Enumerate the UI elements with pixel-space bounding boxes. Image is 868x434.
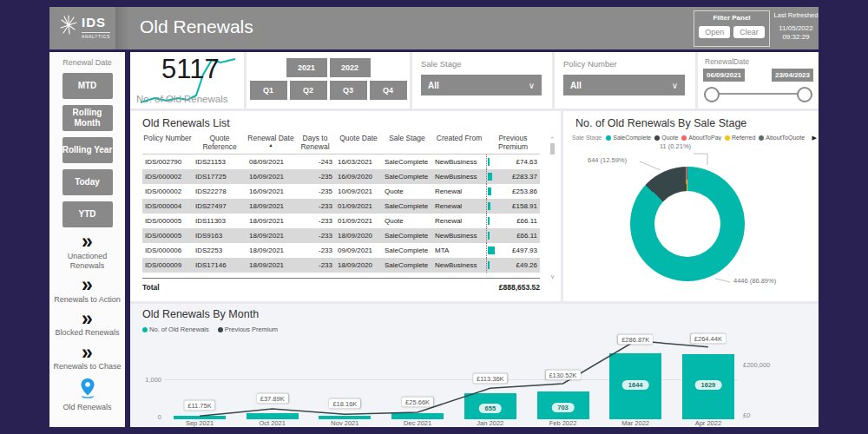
filter-panel-label: Filter Panel (694, 14, 769, 22)
filter-open-button[interactable]: Open (699, 26, 730, 38)
bar-value-label: 1644 (622, 380, 649, 390)
column-header-quote-date[interactable]: Quote Date (335, 135, 382, 152)
sidebar-button-today[interactable]: Today (62, 169, 113, 195)
bar-dec-2021[interactable] (391, 413, 444, 419)
sidebar-button-mtd[interactable]: MTD (62, 73, 113, 99)
table-row[interactable]: IDS/000002IDS2227816/09/2021-23510/09/20… (142, 184, 540, 199)
x-axis-label: Nov 2021 (331, 419, 358, 427)
kpi-value: 5117 (161, 54, 220, 85)
table-row[interactable]: IDS/002790IDS2115308/09/2021-24316/03/20… (142, 155, 540, 169)
table-row[interactable]: IDS/000006IDS225318/09/2021-23309/09/202… (142, 243, 540, 258)
legend-item-quote[interactable]: Quote (654, 135, 678, 141)
scroll-down-icon[interactable]: v (549, 273, 556, 279)
sidebar-item-renewals-to-action[interactable]: »Renewals to Action (49, 277, 125, 305)
last-refreshed: Last Refreshed 11/05/2022 09:32:29 (772, 11, 820, 41)
bar-oct-2021[interactable] (247, 413, 299, 419)
year-buttons: 20212022 (286, 58, 371, 77)
column-header-quote-reference[interactable]: Quote Reference (193, 135, 247, 152)
slider-track (712, 93, 805, 95)
cell: 16/09/2021 (247, 173, 295, 181)
total-value: £888,653.52 (499, 283, 540, 292)
cell: IDS/000002 (142, 173, 193, 181)
header-shadow (115, 7, 129, 49)
quarter-button-q4[interactable]: Q4 (370, 81, 407, 100)
ids-analytics-logo: IDS ANALYTICS (58, 13, 110, 41)
y-axis-right-tick: £0 (743, 411, 750, 419)
cell-previous-premium: £283.37 (486, 169, 540, 184)
column-header-days-to-renewal[interactable]: Days to Renewal (295, 135, 335, 152)
sidebar-filter-buttons: MTDRolling MonthRolling YearTodayYTD (49, 73, 125, 227)
sidebar-item-label: Blocked Renewals (49, 328, 125, 338)
column-header-sale-stage[interactable]: Sale Stage (382, 135, 432, 152)
sidebar-item-label: Old Renewals (49, 403, 125, 412)
policy-number-dropdown[interactable]: All ∨ (563, 75, 685, 95)
sidebar-button-rolling-year[interactable]: Rolling Year (62, 137, 113, 163)
column-header-created-from[interactable]: Created From (432, 135, 486, 152)
quarter-button-q1[interactable]: Q1 (250, 81, 287, 100)
legend-item-abouttoquote[interactable]: AboutToQuote (759, 135, 805, 141)
x-axis-label: Oct 2021 (259, 419, 285, 427)
table-title: Old Renewals List (142, 117, 230, 129)
year-button-2021[interactable]: 2021 (286, 58, 327, 77)
sidebar-item-label: Renewals to Chase (49, 362, 125, 372)
cell-previous-premium: £74.63 (486, 155, 540, 169)
location-pin-icon (49, 378, 125, 401)
cell: IDS/000002 (142, 187, 193, 195)
date-range-end[interactable]: 23/04/2023 (772, 69, 813, 82)
table-row[interactable]: IDS/000004IDS2749718/09/2021-23301/09/20… (142, 199, 540, 214)
total-label: Total (142, 283, 160, 292)
column-header-renewal-date[interactable]: Renewal Date▲ (247, 135, 295, 152)
date-range-start[interactable]: 06/09/2021 (703, 69, 745, 82)
cell: 16/09/2021 (247, 187, 295, 195)
sidebar-button-ytd[interactable]: YTD (62, 201, 113, 227)
legend-dot (681, 135, 687, 141)
cell: -233 (295, 261, 335, 269)
sidebar-item-renewals-to-chase[interactable]: »Renewals to Chase (49, 345, 125, 372)
legend-more-arrow-icon[interactable]: ▶ (812, 135, 817, 141)
cell: 10/09/2021 (335, 187, 382, 195)
slider-handle-start[interactable] (704, 87, 720, 102)
cell: 18/09/2021 (247, 247, 295, 254)
line-value-label: £18.16K (329, 399, 360, 409)
sale-stage-label: Sale Stage (421, 59, 461, 69)
filter-clear-button[interactable]: Clear (733, 26, 765, 38)
scroll-up-icon[interactable]: ^ (549, 135, 556, 141)
column-header-policy-number[interactable]: Policy Number (142, 135, 193, 152)
column-header-previous-premium[interactable]: Previous Premium (486, 135, 540, 152)
legend-item-referred[interactable]: Referred (725, 135, 755, 141)
sidebar-item-unactioned-renewals[interactable]: »Unactioned Renewals (49, 233, 125, 271)
sidebar-item-old-renewals[interactable]: Old Renewals (49, 378, 125, 412)
y-axis-right-tick: £200,000 (743, 361, 770, 369)
cell-value: £74.63 (516, 158, 537, 166)
cell: IDS/000009 (142, 261, 193, 269)
table-scrollbar[interactable]: ^ v (549, 135, 556, 279)
premium-data-bar (488, 217, 490, 225)
legend-item-salecomplete[interactable]: SaleComplete (606, 135, 651, 141)
line-value-label: £113.36K (473, 374, 508, 384)
legend-label: AboutToPay (688, 135, 721, 141)
cell: -243 (295, 158, 335, 166)
sidebar-button-rolling-month[interactable]: Rolling Month (62, 105, 113, 131)
renewal-date-label: RenewalDate (705, 57, 749, 66)
double-chevron-right-icon: » (49, 345, 125, 362)
quarter-button-q2[interactable]: Q2 (290, 81, 327, 100)
table-row[interactable]: IDS/000005IDS916318/09/2021-23318/09/202… (142, 228, 540, 243)
cell: Renewal (432, 187, 486, 195)
slider-handle-end[interactable] (797, 87, 812, 102)
scrollbar-thumb[interactable] (550, 143, 555, 155)
table-row[interactable]: IDS/000009IDS1714618/09/2021-23318/09/20… (142, 258, 540, 273)
table-row[interactable]: IDS/000005IDS1130318/09/2021-23301/09/20… (142, 214, 540, 228)
cell: 16/09/2020 (335, 173, 382, 181)
cell: 18/09/2021 (247, 232, 295, 240)
table-row[interactable]: IDS/000002IDS1772516/09/2021-23516/09/20… (142, 169, 540, 184)
sale-stage-dropdown[interactable]: All ∨ (421, 75, 542, 95)
cell-value: £66.11 (516, 232, 537, 240)
table-total-row: Total £888,653.52 (142, 278, 540, 292)
year-button-2022[interactable]: 2022 (330, 58, 371, 77)
sidebar-item-blocked-renewals[interactable]: »Blocked Renewals (49, 311, 125, 339)
legend-item-abouttopay[interactable]: AboutToPay (681, 135, 721, 141)
cell: IDS17146 (193, 261, 247, 269)
line-value-label: £130.52K (545, 370, 580, 379)
legend-label: Referred (732, 135, 755, 141)
quarter-button-q3[interactable]: Q3 (330, 81, 367, 100)
